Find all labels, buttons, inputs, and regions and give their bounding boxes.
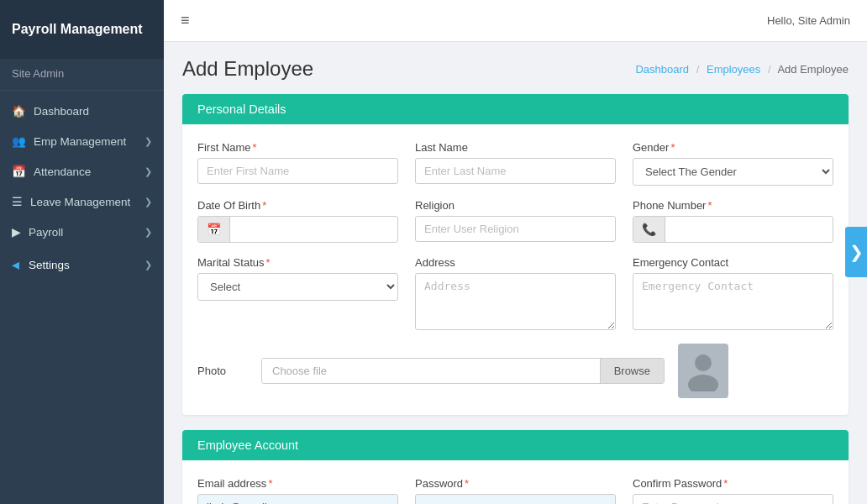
phone-group: Phone Number* 📞 <box>633 199 833 243</box>
settings-icon: ◂ <box>12 255 19 274</box>
account-form-row: Email address* Password* C <box>197 477 833 504</box>
chevron-icon: ❯ <box>144 260 152 270</box>
sidebar-item-settings[interactable]: ◂ Settings ❯ <box>0 247 164 282</box>
dob-input[interactable] <box>230 218 397 242</box>
sidebar-item-label: Emp Management <box>34 135 126 148</box>
email-input[interactable] <box>197 494 398 504</box>
breadcrumb-employees[interactable]: Employees <box>707 63 760 76</box>
topbar-greeting: Hello, Site Admin <box>767 14 850 27</box>
first-name-input[interactable] <box>197 158 398 184</box>
right-arrow-panel[interactable]: ❯ <box>845 227 867 277</box>
phone-input[interactable] <box>665 218 833 242</box>
address-input[interactable] <box>415 273 616 330</box>
personal-details-title: Personal Details <box>197 102 286 116</box>
first-name-label: First Name* <box>197 141 398 154</box>
last-name-label: Last Name <box>415 141 616 154</box>
breadcrumb-dashboard[interactable]: Dashboard <box>635 63 689 76</box>
sidebar-item-payroll[interactable]: ▶ Payroll ❯ <box>0 217 164 247</box>
personal-details-body: First Name* Last Name Gend <box>182 124 849 415</box>
right-arrow-icon: ❯ <box>849 242 864 262</box>
breadcrumb-current: Add Employee <box>777 63 849 76</box>
breadcrumb-sep1: / <box>696 63 700 76</box>
payroll-icon: ▶ <box>12 225 21 239</box>
employee-account-card: Employee Account Email address* Password <box>182 430 849 504</box>
marital-status-label: Marital Status* <box>197 256 398 269</box>
form-row-1: First Name* Last Name Gend <box>197 141 833 186</box>
religion-label: Religion <box>415 199 616 212</box>
phone-input-wrapper: 📞 <box>633 216 833 243</box>
sidebar-item-label: Dashboard <box>34 105 89 118</box>
avatar-placeholder <box>678 344 728 398</box>
sidebar-item-label: Settings <box>29 259 70 271</box>
chevron-icon: ❯ <box>144 197 152 207</box>
address-label: Address <box>415 256 616 269</box>
password-input[interactable] <box>415 494 616 504</box>
employee-account-header: Employee Account <box>182 430 849 460</box>
confirm-password-label: Confirm Password* <box>633 477 833 490</box>
dob-label: Date Of Birth* <box>197 199 398 212</box>
marital-status-group: Marital Status* Select Single Married Di… <box>197 256 398 330</box>
password-label: Password* <box>415 477 616 490</box>
form-row-3: Marital Status* Select Single Married Di… <box>197 256 833 330</box>
confirm-password-group: Confirm Password* <box>633 477 833 504</box>
employee-account-title: Employee Account <box>197 438 298 452</box>
sidebar-item-label: Leave Management <box>30 196 130 208</box>
sidebar-brand: Payroll Management <box>0 0 164 59</box>
photo-row: Photo Choose file Browse <box>197 344 833 398</box>
attendance-icon: 📅 <box>12 165 26 178</box>
last-name-input[interactable] <box>415 158 616 184</box>
leave-icon: ☰ <box>12 195 23 208</box>
sidebar-item-label: Attendance <box>34 165 91 178</box>
dob-group: Date Of Birth* 📅 <box>197 199 398 243</box>
hamburger-icon[interactable]: ≡ <box>181 12 190 29</box>
chevron-icon: ❯ <box>144 166 152 177</box>
sidebar-item-emp-management[interactable]: 👥 Emp Management ❯ <box>0 126 164 156</box>
page-title: Add Employee <box>182 57 313 81</box>
svg-point-0 <box>695 354 712 371</box>
sidebar: Payroll Management Site Admin 🏠 Dashboar… <box>0 0 164 504</box>
main-wrapper: ≡ Hello, Site Admin Add Employee Dashboa… <box>164 0 867 504</box>
dob-input-wrapper: 📅 <box>197 216 398 243</box>
address-group: Address <box>415 256 616 330</box>
email-label: Email address* <box>197 477 398 490</box>
content-area: Add Employee Dashboard / Employees / Add… <box>164 42 867 504</box>
sidebar-item-dashboard[interactable]: 🏠 Dashboard <box>0 96 164 126</box>
marital-status-select[interactable]: Select Single Married Divorced Widowed <box>197 273 398 301</box>
gender-label: Gender* <box>633 141 833 154</box>
sidebar-item-leave-management[interactable]: ☰ Leave Management ❯ <box>0 186 164 217</box>
sidebar-username: Site Admin <box>12 67 64 80</box>
emergency-contact-input[interactable] <box>633 273 833 330</box>
file-input-wrapper: Choose file Browse <box>261 358 665 384</box>
photo-label: Photo <box>197 365 248 377</box>
confirm-password-input[interactable] <box>633 494 833 504</box>
phone-label: Phone Number* <box>633 199 833 212</box>
page-header: Add Employee Dashboard / Employees / Add… <box>182 57 849 81</box>
sidebar-nav: 🏠 Dashboard 👥 Emp Management ❯ 📅 Attenda… <box>0 91 164 504</box>
last-name-group: Last Name <box>415 141 616 186</box>
avatar-icon <box>686 351 720 391</box>
email-group: Email address* <box>197 477 398 504</box>
gender-select[interactable]: Select The Gender Male Female Other <box>633 158 833 186</box>
brand-name: Payroll Management <box>12 20 143 39</box>
emp-management-icon: 👥 <box>12 134 26 148</box>
emergency-contact-group: Emergency Contact <box>633 256 833 330</box>
main-area: Add Employee Dashboard / Employees / Add… <box>164 42 867 504</box>
sidebar-item-label: Payroll <box>29 226 63 239</box>
personal-details-card: Personal Details First Name* <box>182 94 849 415</box>
sidebar-user: Site Admin <box>0 59 164 91</box>
first-name-group: First Name* <box>197 141 398 186</box>
sidebar-item-attendance[interactable]: 📅 Attendance ❯ <box>0 156 164 186</box>
religion-input[interactable] <box>415 216 616 242</box>
personal-details-header: Personal Details <box>182 94 849 124</box>
chevron-icon: ❯ <box>144 227 152 238</box>
phone-icon: 📞 <box>633 217 665 242</box>
browse-button[interactable]: Browse <box>600 359 664 383</box>
password-group: Password* <box>415 477 616 504</box>
breadcrumb-sep2: / <box>768 63 771 76</box>
dashboard-icon: 🏠 <box>12 104 26 118</box>
gender-group: Gender* Select The Gender Male Female Ot… <box>633 141 833 186</box>
calendar-icon[interactable]: 📅 <box>198 217 230 242</box>
breadcrumb: Dashboard / Employees / Add Employee <box>635 63 849 76</box>
chevron-icon: ❯ <box>144 136 152 147</box>
religion-group: Religion <box>415 199 616 243</box>
